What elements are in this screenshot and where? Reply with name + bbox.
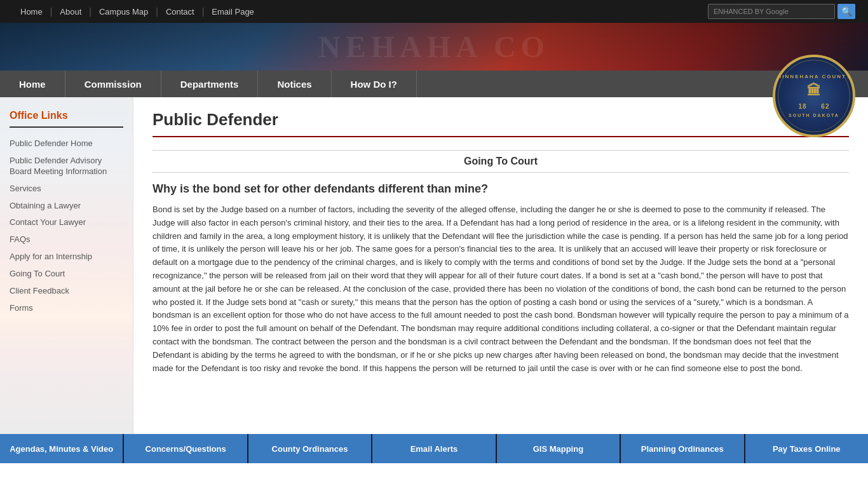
content-area: Office Links Public Defender Home Public… (0, 97, 868, 434)
question-heading: Why is the bond set for other defendants… (153, 182, 849, 196)
topnav-campus-map[interactable]: Campus Map (92, 7, 156, 17)
footer-btn-county-ordinances[interactable]: County Ordinances (248, 434, 372, 463)
page-title: Public Defender (153, 110, 849, 137)
section-heading: Going To Court (153, 150, 849, 173)
nav-notices[interactable]: Notices (258, 71, 331, 97)
sidebar-title: Office Links (10, 110, 123, 128)
header-area: NEHAHA CO MINNEHAHA COUNTY 🏛 18 62 SOUTH… (0, 23, 868, 71)
nav-departments[interactable]: Departments (161, 71, 259, 97)
main-nav: Home Commission Departments Notices How … (0, 71, 868, 97)
footer-btn-planning-ordinances[interactable]: Planning Ordinances (621, 434, 745, 463)
topnav-home[interactable]: Home (13, 7, 50, 17)
search-button[interactable]: 🔍 (837, 4, 855, 19)
topnav-about[interactable]: About (52, 7, 89, 17)
watermark-text: NEHAHA CO (318, 29, 550, 64)
main-content: Public Defender Going To Court Why is th… (133, 97, 868, 434)
sidebar-link-public-defender-home[interactable]: Public Defender Home (10, 135, 123, 152)
nav-home[interactable]: Home (0, 71, 65, 97)
top-bar: Home | About | Campus Map | Contact | Em… (0, 0, 868, 23)
footer-btn-gis-mapping[interactable]: GIS Mapping (497, 434, 621, 463)
sidebar-link-contact-lawyer[interactable]: Contact Your Lawyer (10, 214, 123, 231)
footer-btn-agendas[interactable]: Agendas, Minutes & Video (0, 434, 124, 463)
nav-commission[interactable]: Commission (65, 71, 161, 97)
topnav-contact[interactable]: Contact (158, 7, 202, 17)
sidebar-link-obtaining-lawyer[interactable]: Obtaining a Lawyer (10, 198, 123, 215)
sidebar-link-forms[interactable]: Forms (10, 300, 123, 317)
footer: Agendas, Minutes & Video Concerns/Questi… (0, 434, 868, 463)
sidebar: Office Links Public Defender Home Public… (0, 97, 133, 434)
nav-how-do-i[interactable]: How Do I? (332, 71, 417, 97)
sidebar-link-faqs[interactable]: FAQs (10, 231, 123, 248)
county-logo: MINNEHAHA COUNTY 🏛 18 62 SOUTH DAKOTA (773, 55, 855, 137)
body-text: Bond is set by the Judge based on a numb… (153, 203, 849, 375)
footer-btn-concerns[interactable]: Concerns/Questions (124, 434, 248, 463)
search-input[interactable] (708, 4, 835, 19)
sidebar-link-services[interactable]: Services (10, 180, 123, 198)
sidebar-link-advisory-board[interactable]: Public Defender Advisory Board Meeting I… (10, 152, 123, 180)
footer-btn-email-alerts[interactable]: Email Alerts (372, 434, 496, 463)
search-area: 🔍 (708, 4, 855, 19)
sidebar-link-apply-internship[interactable]: Apply for an Internship (10, 248, 123, 266)
topnav-email-page[interactable]: Email Page (204, 7, 261, 17)
sidebar-link-going-to-court[interactable]: Going To Court (10, 266, 123, 283)
sidebar-link-client-feedback[interactable]: Client Feedback (10, 283, 123, 300)
footer-btn-pay-taxes[interactable]: Pay Taxes Online (745, 434, 868, 463)
